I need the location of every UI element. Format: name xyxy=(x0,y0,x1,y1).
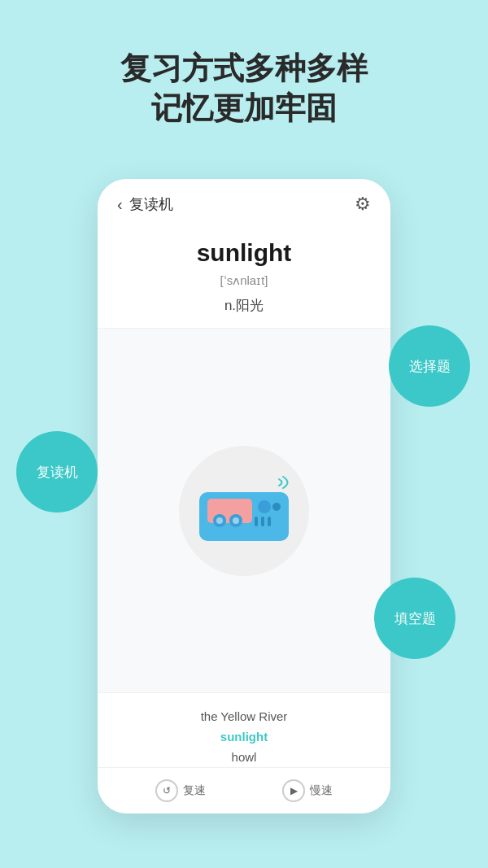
word-list-item: howl xyxy=(98,747,390,767)
word-list-item: the Yellow River xyxy=(98,706,390,726)
phone-card: ‹ 复读机 ⚙ sunlight [ˈsʌnlaɪt] n.阳光 xyxy=(98,179,390,813)
svg-point-7 xyxy=(233,517,239,524)
word-list-item-highlighted: sunlight xyxy=(98,726,390,747)
svg-rect-9 xyxy=(261,517,264,526)
header-line1: 复习方式多种多样 xyxy=(0,49,488,89)
top-bar: ‹ 复读机 ⚙ xyxy=(98,179,390,223)
header-line2: 记忆更加牢固 xyxy=(0,89,488,129)
word-section: sunlight [ˈsʌnlaɪt] n.阳光 xyxy=(98,223,390,329)
tape-circle xyxy=(179,446,309,576)
replay-button[interactable]: ↺ 复速 xyxy=(155,779,206,802)
word-list: the Yellow River sunlight howl xyxy=(98,692,390,767)
replay-label: 复速 xyxy=(183,783,206,798)
back-button[interactable]: ‹ 复读机 xyxy=(117,194,173,214)
fuzhuji-bubble[interactable]: 复读机 xyxy=(16,431,98,513)
bottom-actions: ↺ 复速 ▶ 慢速 xyxy=(98,767,390,813)
word-meaning: n.阳光 xyxy=(117,296,371,315)
svg-rect-8 xyxy=(255,517,258,526)
tiankongti-bubble[interactable]: 填空题 xyxy=(374,578,455,659)
word-english: sunlight xyxy=(117,239,371,267)
phone-mockup: ‹ 复读机 ⚙ sunlight [ˈsʌnlaɪt] n.阳光 xyxy=(98,179,390,813)
play-icon: ▶ xyxy=(282,779,305,802)
back-arrow-icon: ‹ xyxy=(117,195,123,214)
svg-point-3 xyxy=(272,503,281,511)
svg-rect-10 xyxy=(268,517,271,526)
xuanzeti-bubble[interactable]: 选择题 xyxy=(389,325,470,407)
tape-recorder-icon xyxy=(191,476,297,545)
svg-point-2 xyxy=(258,500,271,513)
svg-point-5 xyxy=(216,517,223,524)
tape-section xyxy=(98,329,390,692)
replay-icon: ↺ xyxy=(155,779,178,802)
topbar-title: 复读机 xyxy=(129,194,173,214)
play-label: 慢速 xyxy=(310,783,333,798)
settings-icon[interactable]: ⚙ xyxy=(355,194,371,215)
word-phonetic: [ˈsʌnlaɪt] xyxy=(117,273,371,288)
header-section: 复习方式多种多样 记忆更加牢固 xyxy=(0,0,488,154)
play-button[interactable]: ▶ 慢速 xyxy=(282,779,333,802)
